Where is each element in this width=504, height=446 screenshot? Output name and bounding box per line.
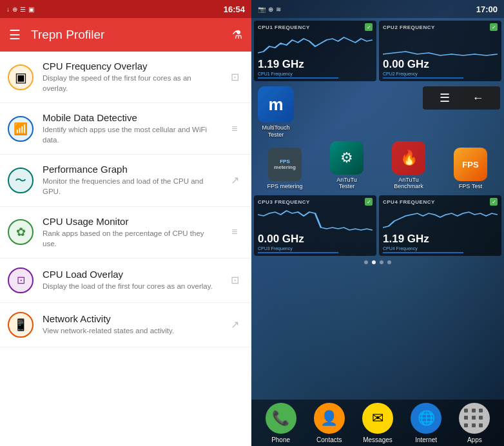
multitouch-icon: m bbox=[258, 86, 294, 122]
app-fps-metering[interactable]: FPS metering FPS metering bbox=[262, 148, 307, 190]
perf-graph-icon: 〜 bbox=[8, 168, 34, 193]
cpu4-graph bbox=[383, 208, 498, 231]
apps-label: Apps bbox=[467, 436, 482, 443]
cpu-widgets-row1: CPU1 FREQUENCY ✓ 1.19 GHz CPU1 Frequency… bbox=[251, 18, 504, 84]
cpu-freq-text: CPU Frequency Overlay Display the speed … bbox=[43, 61, 217, 93]
cpu-load-desc: Display the load of the first four cores… bbox=[43, 281, 217, 291]
dot-2[interactable] bbox=[372, 260, 376, 264]
mobile-data-text: Mobile Data Detective Identify which app… bbox=[43, 112, 217, 145]
cpu-freq-desc: Display the speed of the first four core… bbox=[43, 73, 217, 93]
dock-apps[interactable]: Apps bbox=[455, 403, 494, 443]
menu-item-cpu-freq[interactable]: ▣ CPU Frequency Overlay Display the spee… bbox=[0, 52, 251, 103]
cpu-freq-action[interactable]: ⊡ bbox=[226, 68, 244, 86]
fps-test-icon: FPS bbox=[454, 148, 487, 181]
mobile-data-action[interactable]: ≡ bbox=[226, 120, 244, 138]
multitouch-label: MultiTouchTester bbox=[262, 124, 289, 139]
cpu3-checkbox[interactable]: ✓ bbox=[365, 198, 373, 206]
cpu-usage-title: CPU Usage Monitor bbox=[43, 216, 217, 227]
phone-icon: 📞 bbox=[266, 403, 296, 434]
dot-3[interactable] bbox=[380, 260, 383, 264]
menu-item-cpu-load[interactable]: ⊡ CPU Load Overlay Display the load of t… bbox=[0, 258, 251, 303]
cpu2-widget: CPU2 FREQUENCY ✓ 0.00 GHz CPU2 Frequency bbox=[379, 21, 501, 81]
cpu-widgets-row2: CPU3 FREQUENCY ✓ 0.00 GHz CPU3 Frequency… bbox=[251, 193, 504, 258]
cpu1-sublabel: CPU1 Frequency bbox=[258, 72, 373, 79]
cpu-load-title: CPU Load Overlay bbox=[43, 269, 217, 280]
status-bar-right: 📷 ⊕ ≋ 17:00 bbox=[251, 0, 504, 18]
cpu-usage-icon: ✿ bbox=[8, 219, 34, 245]
cpu3-widget: CPU3 FREQUENCY ✓ 0.00 GHz CPU3 Frequency bbox=[254, 195, 376, 256]
right-panel: 📷 ⊕ ≋ 17:00 CPU1 FREQUENCY ✓ 1.19 GHz CP… bbox=[251, 0, 504, 446]
right-status-left-icons: 📷 ⊕ ≋ bbox=[258, 6, 281, 13]
cpu2-value: 0.00 GHz bbox=[383, 58, 498, 71]
cpu3-sublabel: CPU3 Frequency bbox=[258, 246, 373, 253]
dock-phone[interactable]: 📞 Phone bbox=[262, 403, 300, 443]
net-activity-title: Network Activity bbox=[43, 313, 217, 324]
cpu-usage-action[interactable]: ≡ bbox=[226, 223, 244, 241]
cpu2-label: CPU2 FREQUENCY bbox=[383, 24, 435, 30]
left-panel: ↓ ⊕ ☰ ▣ 16:54 ☰ Trepn Profiler ⚗ ▣ CPU F… bbox=[0, 0, 251, 446]
dock-internet[interactable]: 🌐 Internet bbox=[407, 403, 445, 443]
screen-icon: ▣ bbox=[28, 6, 34, 13]
app-antutu-tester[interactable]: ⚙ AnTuTuTester bbox=[324, 141, 369, 191]
perf-graph-desc: Monitor the frequencies and load of the … bbox=[43, 176, 217, 197]
notification-panel[interactable]: ☰ ← bbox=[423, 86, 500, 110]
perf-graph-action[interactable]: ↗ bbox=[226, 171, 244, 189]
dot-1[interactable] bbox=[364, 260, 368, 264]
perf-graph-title: Performance Graph bbox=[43, 164, 217, 175]
flask-icon[interactable]: ⚗ bbox=[232, 28, 242, 42]
antutu-tester-label: AnTuTuTester bbox=[336, 177, 356, 191]
notif-back-icon[interactable]: ← bbox=[472, 92, 484, 105]
net-activity-action[interactable]: ↗ bbox=[226, 316, 244, 334]
right-time: 17:00 bbox=[476, 5, 498, 14]
contacts-label: Contacts bbox=[316, 436, 342, 443]
cpu-load-action[interactable]: ⊡ bbox=[226, 271, 244, 289]
net-activity-icon: 📱 bbox=[8, 312, 34, 338]
net-activity-text: Network Activity View network-related st… bbox=[43, 313, 217, 336]
dock-messages[interactable]: ✉ Messages bbox=[358, 403, 397, 443]
antutu-bench-label: AnTuTuBenchmark bbox=[394, 177, 423, 191]
menu-item-net-activity[interactable]: 📱 Network Activity View network-related … bbox=[0, 303, 251, 347]
cpu4-widget: CPU4 FREQUENCY ✓ 1.19 GHz CPU4 Frequency bbox=[379, 195, 501, 256]
cpu2-checkbox[interactable]: ✓ bbox=[490, 23, 498, 31]
cpu1-label: CPU1 FREQUENCY bbox=[258, 24, 310, 30]
cpu-load-text: CPU Load Overlay Display the load of the… bbox=[43, 269, 217, 291]
menu-item-perf-graph[interactable]: 〜 Performance Graph Monitor the frequenc… bbox=[0, 155, 251, 206]
cpu4-value: 1.19 GHz bbox=[383, 233, 498, 246]
dock-contacts[interactable]: 👤 Contacts bbox=[310, 403, 349, 443]
cpu4-checkbox[interactable]: ✓ bbox=[490, 198, 498, 206]
cpu4-label: CPU4 FREQUENCY bbox=[383, 199, 435, 205]
cpu2-header: CPU2 FREQUENCY ✓ bbox=[383, 23, 498, 31]
app-antutu-bench[interactable]: 🔥 AnTuTuBenchmark bbox=[386, 141, 431, 191]
mobile-data-desc: Identify which apps use the most cellula… bbox=[43, 124, 217, 145]
menu-status-icon: ☰ bbox=[20, 6, 26, 13]
cpu1-checkbox[interactable]: ✓ bbox=[365, 23, 373, 31]
hamburger-icon[interactable]: ☰ bbox=[9, 27, 21, 43]
cpu1-widget: CPU1 FREQUENCY ✓ 1.19 GHz CPU1 Frequency bbox=[254, 21, 376, 81]
cpu4-header: CPU4 FREQUENCY ✓ bbox=[383, 198, 498, 206]
left-time: 16:54 bbox=[224, 5, 245, 14]
menu-item-cpu-usage[interactable]: ✿ CPU Usage Monitor Rank apps based on t… bbox=[0, 207, 251, 258]
cpu1-graph bbox=[258, 34, 373, 57]
messages-icon: ✉ bbox=[362, 403, 393, 434]
menu-item-mobile-data[interactable]: 📶 Mobile Data Detective Identify which a… bbox=[0, 103, 251, 155]
cpu1-value: 1.19 GHz bbox=[258, 58, 373, 71]
dot-4[interactable] bbox=[387, 260, 391, 264]
messages-label: Messages bbox=[363, 436, 393, 443]
cpu-load-icon: ⊡ bbox=[8, 267, 34, 293]
app-title: Trepn Profiler bbox=[31, 28, 222, 42]
wifi-icon: ≋ bbox=[276, 6, 281, 13]
app-fps-test[interactable]: FPS FPS Test bbox=[448, 148, 493, 190]
cpu-freq-icon: ▣ bbox=[8, 64, 34, 90]
app-multitouch[interactable]: m MultiTouchTester bbox=[255, 86, 296, 139]
mobile-data-icon: 📶 bbox=[8, 116, 34, 142]
download-icon: ↓ bbox=[6, 6, 10, 13]
status-left-icons: ↓ ⊕ ☰ ▣ bbox=[6, 6, 34, 13]
contacts-icon: 👤 bbox=[314, 403, 345, 434]
internet-icon: 🌐 bbox=[411, 403, 441, 434]
add-icon: ⊕ bbox=[12, 6, 17, 13]
notif-list-icon: ☰ bbox=[440, 91, 450, 105]
app-header: ☰ Trepn Profiler ⚗ bbox=[0, 18, 251, 52]
status-bar-left: ↓ ⊕ ☰ ▣ 16:54 bbox=[0, 0, 251, 18]
menu-list: ▣ CPU Frequency Overlay Display the spee… bbox=[0, 52, 251, 446]
cpu3-label: CPU3 FREQUENCY bbox=[258, 199, 310, 205]
